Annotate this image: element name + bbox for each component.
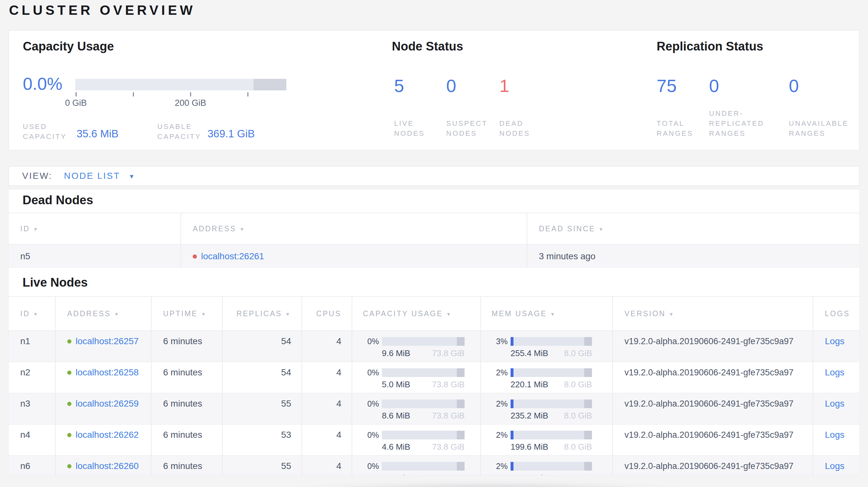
node-address-cell: localhost:26262 (55, 425, 151, 456)
capacity-bar (382, 399, 465, 408)
column-header-version[interactable]: VERSION ▼ (612, 297, 813, 331)
node-replicas: 54 (222, 331, 302, 362)
capacity-used: 4.6 MiB (382, 442, 410, 452)
node-address-link[interactable]: localhost:26258 (75, 367, 139, 378)
dead-nodes-table: ID ▼ ADDRESS ▼ DEAD SINCE ▼ n5 localhost… (9, 213, 860, 268)
node-logs-cell: Logs (813, 425, 860, 456)
capacity-used: 8.6 MiB (382, 411, 410, 421)
sort-arrow-icon: ▼ (550, 311, 556, 317)
node-version: v19.2.0-alpha.20190606-2491-gfe735c9a97 (612, 362, 813, 393)
sort-arrow-icon: ▼ (33, 226, 39, 232)
live-nodes-heading: Live Nodes (23, 276, 88, 290)
total-ranges-label: TOTAL RANGES (657, 118, 705, 138)
node-id: n4 (9, 425, 55, 456)
node-cpus: 4 (302, 456, 352, 476)
logs-link[interactable]: Logs (825, 367, 844, 378)
unavailable-ranges-label: UNAVAILABLE RANGES (789, 118, 863, 138)
node-mem-usage-cell: 3% 255.4 MiB 8.0 GiB (480, 331, 612, 362)
mem-used: 220.1 MiB (510, 379, 548, 390)
mem-percent: 2% (492, 398, 508, 409)
mem-percent: 2% (492, 430, 508, 440)
sort-arrow-icon: ▼ (114, 311, 120, 317)
sort-arrow-icon: ▼ (201, 311, 207, 317)
node-capacity-usage-cell: 0% 8.6 MiB 73.8 GiB (352, 393, 480, 425)
mem-bar (510, 462, 592, 470)
logs-link[interactable]: Logs (825, 461, 844, 471)
capacity-percent: 0% (363, 430, 379, 440)
dead-node-address-link[interactable]: localhost:26261 (201, 251, 264, 261)
node-mem-usage-cell: 2% 225.5 MiB 8.0 GiB (480, 456, 612, 476)
view-selector-dropdown[interactable]: NODE LIST ▼ (64, 171, 136, 181)
mem-percent: 2% (492, 461, 508, 471)
sort-arrow-icon: ▼ (240, 226, 245, 232)
dead-node-id: n5 (9, 245, 181, 268)
capacity-total: 73.8 GiB (432, 348, 465, 358)
node-version: v19.2.0-alpha.20190606-2491-gfe735c9a97 (612, 331, 813, 362)
mem-percent: 3% (492, 336, 508, 347)
suspect-nodes-count: 0 (446, 75, 456, 96)
node-address-link[interactable]: localhost:26260 (75, 461, 139, 471)
nodes-section: Dead Nodes ID ▼ ADDRESS ▼ DEAD SINCE ▼ n… (8, 189, 860, 476)
axis-tick (133, 92, 134, 97)
logs-link[interactable]: Logs (825, 336, 844, 347)
node-uptime: 6 minutes (151, 393, 222, 425)
capacity-percent: 0% (363, 336, 379, 347)
column-header-address[interactable]: ADDRESS ▼ (55, 297, 151, 331)
live-nodes-count: 5 (394, 75, 404, 96)
node-cpus: 4 (302, 393, 352, 425)
node-replicas: 55 (222, 456, 302, 476)
axis-tick (75, 92, 76, 97)
column-header-capacity-usage[interactable]: CAPACITY USAGE ▼ (352, 297, 480, 331)
logs-link[interactable]: Logs (825, 398, 844, 409)
node-capacity-usage-cell: 0% 9.6 MiB 73.8 GiB (352, 331, 480, 362)
column-header-replicas[interactable]: REPLICAS ▼ (222, 297, 302, 331)
node-cpus: 4 (302, 331, 352, 362)
sort-arrow-icon: ▼ (599, 226, 604, 232)
dead-status-dot-icon (193, 254, 197, 259)
mem-total: 8.0 GiB (564, 442, 592, 452)
column-header-dead-since[interactable]: DEAD SINCE ▼ (527, 213, 860, 245)
capacity-percent: 0% (363, 398, 379, 409)
capacity-percent: 0% (363, 367, 379, 378)
node-id: n6 (9, 456, 55, 476)
column-header-cpus[interactable]: CPUS (302, 297, 352, 331)
axis-tick-label-start: 0 GiB (53, 98, 98, 108)
node-address-link[interactable]: localhost:26259 (75, 398, 139, 409)
mem-total: 8.0 GiB (564, 411, 592, 421)
node-cpus: 4 (302, 362, 352, 393)
logs-link[interactable]: Logs (825, 430, 844, 440)
mem-bar (510, 399, 592, 408)
capacity-total: 73.8 GiB (432, 442, 465, 452)
live-status-dot-icon (67, 464, 71, 468)
replication-status-title: Replication Status (657, 39, 764, 54)
node-replicas: 55 (222, 393, 302, 425)
node-capacity-usage-cell: 0% 4.6 MiB 73.8 GiB (352, 425, 480, 456)
node-address-link[interactable]: localhost:26257 (75, 336, 139, 347)
mem-bar (510, 368, 592, 377)
node-address-link[interactable]: localhost:26262 (75, 430, 139, 440)
node-version: v19.2.0-alpha.20190606-2491-gfe735c9a97 (612, 393, 813, 425)
capacity-total: 73.8 GiB (432, 473, 465, 476)
column-header-id[interactable]: ID ▼ (9, 213, 181, 245)
axis-tick (190, 92, 191, 97)
node-id: n2 (9, 362, 55, 393)
capacity-bar (382, 368, 465, 377)
capacity-usage-bar (75, 79, 286, 90)
bar-endcap (457, 399, 465, 408)
column-header-uptime[interactable]: UPTIME ▼ (151, 297, 222, 331)
capacity-used: 5.0 MiB (382, 379, 410, 390)
column-header-mem-usage[interactable]: MEM USAGE ▼ (480, 297, 612, 331)
node-address-cell: localhost:26260 (55, 456, 151, 476)
node-replicas: 53 (222, 425, 302, 456)
column-header-address[interactable]: ADDRESS ▼ (181, 213, 527, 245)
node-status-title: Node Status (392, 39, 463, 54)
column-header-id[interactable]: ID ▼ (9, 297, 55, 331)
mem-bar (510, 337, 592, 346)
capacity-total: 73.8 GiB (432, 379, 465, 390)
node-address-cell: localhost:26258 (55, 362, 151, 393)
node-address-cell: localhost:26259 (55, 393, 151, 425)
used-capacity-value: 35.6 MiB (76, 127, 118, 140)
page-title: CLUSTER OVERVIEW (9, 3, 196, 18)
column-header-logs[interactable]: LOGS (813, 297, 860, 331)
mem-total: 8.0 GiB (564, 473, 592, 476)
